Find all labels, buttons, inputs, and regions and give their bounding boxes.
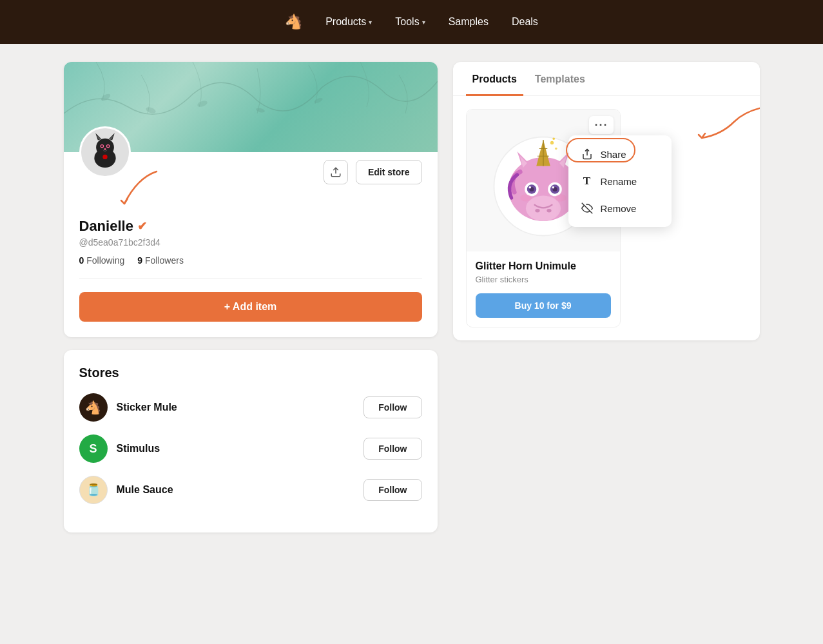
tab-templates[interactable]: Templates xyxy=(528,62,592,96)
remove-label: Remove xyxy=(601,203,637,214)
share-label: Share xyxy=(601,149,626,160)
main-container: Edit store Danielle ✔ @d5ea0a71bc2f3d4 0 xyxy=(25,44,799,551)
profile-info: Edit store Danielle ✔ @d5ea0a71bc2f3d4 0 xyxy=(64,152,438,337)
svg-point-16 xyxy=(104,148,106,150)
menu-item-remove[interactable]: Remove xyxy=(568,195,672,222)
follow-stimulus-label: Follow xyxy=(378,444,407,454)
nav-tools[interactable]: Tools ▾ xyxy=(395,16,425,28)
remove-icon xyxy=(580,201,594,215)
profile-card: Edit store Danielle ✔ @d5ea0a71bc2f3d4 0 xyxy=(64,62,438,337)
right-panel: Products Templates ··· xyxy=(453,62,760,340)
store-row-stimulus: S Stimulus Follow xyxy=(79,434,422,463)
product-name: Glitter Horn Unimule xyxy=(476,260,611,272)
follow-sticker-mule-button[interactable]: Follow xyxy=(363,396,421,418)
tab-templates-label: Templates xyxy=(535,73,585,84)
left-panel: Edit store Danielle ✔ @d5ea0a71bc2f3d4 0 xyxy=(64,62,438,532)
svg-point-23 xyxy=(547,209,551,212)
mule-sauce-avatar: 🫙 xyxy=(79,476,108,504)
stores-card: Stores 🐴 Sticker Mule Follow S Stimulus … xyxy=(64,350,438,532)
menu-item-share[interactable]: Share xyxy=(568,141,672,168)
svg-point-22 xyxy=(535,209,539,212)
svg-point-3 xyxy=(255,107,265,113)
svg-point-2 xyxy=(197,100,208,108)
tab-products[interactable]: Products xyxy=(466,62,523,96)
svg-point-15 xyxy=(107,145,109,147)
add-item-button[interactable]: + Add item xyxy=(79,292,422,322)
nav-samples-label: Samples xyxy=(449,16,489,28)
svg-point-4 xyxy=(313,97,323,104)
svg-point-42 xyxy=(552,137,555,140)
sticker-mule-avatar: 🐴 xyxy=(79,393,108,422)
stimulus-name: Stimulus xyxy=(117,443,364,454)
menu-item-rename[interactable]: T Rename xyxy=(568,168,672,195)
nav-logo: 🐴 xyxy=(285,14,302,30)
product-card: ··· xyxy=(466,109,621,327)
followers-stat: 9 Followers xyxy=(137,255,184,266)
followers-count: 9 xyxy=(137,255,142,266)
following-label: Following xyxy=(86,255,124,266)
store-row-mule-sauce: 🫙 Mule Sauce Follow xyxy=(79,476,422,504)
nav-products-label: Products xyxy=(325,16,366,28)
follow-mule-sauce-button[interactable]: Follow xyxy=(363,479,421,501)
nav-samples[interactable]: Samples xyxy=(449,16,489,28)
store-row-sticker-mule: 🐴 Sticker Mule Follow xyxy=(79,393,422,422)
divider xyxy=(79,278,422,279)
tabs: Products Templates xyxy=(453,62,760,96)
following-count: 0 xyxy=(79,255,84,266)
svg-point-14 xyxy=(101,145,102,147)
profile-stats: 0 Following 9 Followers xyxy=(79,255,422,266)
rename-label: Rename xyxy=(601,176,637,187)
svg-point-1 xyxy=(145,106,157,115)
mule-sauce-name: Mule Sauce xyxy=(117,484,364,496)
svg-point-0 xyxy=(100,93,111,102)
follow-mule-sauce-label: Follow xyxy=(378,485,407,495)
nav-products-caret: ▾ xyxy=(369,19,372,26)
follow-stimulus-button[interactable]: Follow xyxy=(363,438,421,460)
arrow-annotation xyxy=(105,165,182,217)
edit-store-area: Edit store xyxy=(79,152,422,184)
nav-deals-label: Deals xyxy=(512,16,538,28)
profile-handle: @d5ea0a71bc2f3d4 xyxy=(79,237,422,248)
followers-label: Followers xyxy=(145,255,184,266)
nav-deals[interactable]: Deals xyxy=(512,16,538,28)
stores-title: Stores xyxy=(79,366,422,380)
display-name: Danielle xyxy=(79,218,133,235)
follow-sticker-mule-label: Follow xyxy=(378,402,407,413)
buy-button[interactable]: Buy 10 for $9 xyxy=(476,293,611,318)
navbar: 🐴 Products ▾ Tools ▾ Samples Deals xyxy=(0,0,823,44)
svg-point-44 xyxy=(555,195,566,202)
stimulus-avatar: S xyxy=(79,434,108,463)
three-dots-menu-button[interactable]: ··· xyxy=(589,116,613,134)
tab-products-label: Products xyxy=(472,73,517,84)
profile-name-row: Danielle ✔ xyxy=(79,218,422,235)
svg-point-40 xyxy=(550,141,553,144)
stimulus-avatar-text: S xyxy=(89,442,97,456)
nav-tools-caret: ▾ xyxy=(422,19,425,26)
nav-tools-label: Tools xyxy=(395,16,419,28)
add-item-label: + Add item xyxy=(224,301,277,313)
buy-label: Buy 10 for $9 xyxy=(515,300,572,311)
sticker-mule-name: Sticker Mule xyxy=(117,402,364,413)
svg-point-43 xyxy=(520,195,532,202)
svg-point-31 xyxy=(552,186,554,189)
edit-store-button[interactable]: Edit store xyxy=(356,160,422,184)
share-icon xyxy=(580,147,594,161)
products-content: ··· xyxy=(453,96,760,340)
rename-icon: T xyxy=(580,174,594,188)
nav-products[interactable]: Products ▾ xyxy=(325,16,372,28)
product-info: Glitter Horn Unimule Glitter stickers Bu… xyxy=(467,251,620,327)
context-menu: Share T Rename xyxy=(568,135,672,227)
svg-point-27 xyxy=(528,186,531,189)
following-stat: 0 Following xyxy=(79,255,125,266)
product-category: Glitter stickers xyxy=(476,275,611,284)
edit-store-label: Edit store xyxy=(368,167,410,177)
upload-button[interactable] xyxy=(324,160,348,184)
svg-point-41 xyxy=(555,148,557,150)
verified-icon: ✔ xyxy=(137,219,147,233)
